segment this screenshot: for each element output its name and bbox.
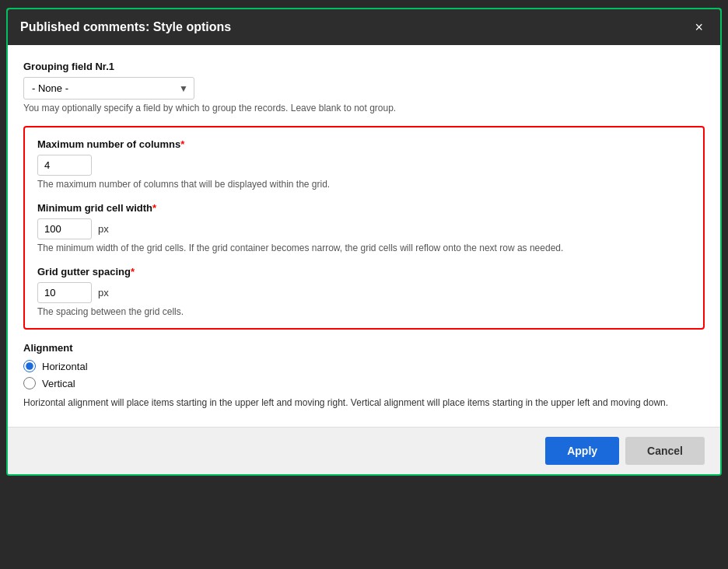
alignment-horizontal-item[interactable]: Horizontal: [23, 360, 705, 372]
alignment-description: Horizontal alignment will place items st…: [23, 396, 705, 410]
dialog-footer: Apply Cancel: [8, 427, 720, 474]
cancel-button[interactable]: Cancel: [625, 437, 705, 465]
dialog-overlay: Published comments: Style options × Grou…: [0, 0, 728, 569]
dialog-body: Grouping field Nr.1 - None - ▼ You may o…: [8, 45, 720, 427]
max-columns-group: Maximum number of columns* The maximum n…: [37, 138, 691, 190]
alignment-section: Alignment Horizontal Vertical Horizontal…: [23, 342, 705, 410]
min-cell-width-required: *: [152, 202, 156, 214]
max-columns-input[interactable]: [37, 155, 92, 176]
grouping-field-label: Grouping field Nr.1: [23, 61, 705, 72]
alignment-horizontal-radio[interactable]: [23, 360, 36, 372]
dialog-title: Published comments: Style options: [20, 20, 231, 34]
max-columns-input-row: [37, 155, 691, 176]
apply-button[interactable]: Apply: [545, 437, 619, 465]
grid-gutter-group: Grid gutter spacing* px The spacing betw…: [37, 266, 691, 317]
max-columns-label: Maximum number of columns*: [37, 138, 691, 150]
min-cell-width-input[interactable]: [37, 218, 92, 239]
alignment-vertical-label: Vertical: [42, 378, 75, 389]
alignment-label: Alignment: [23, 342, 705, 354]
grid-gutter-input[interactable]: [37, 282, 92, 303]
grid-gutter-label: Grid gutter spacing*: [37, 266, 691, 278]
grouping-field-group: Grouping field Nr.1 - None - ▼ You may o…: [23, 61, 705, 113]
grid-gutter-unit: px: [98, 287, 109, 298]
grouping-select-wrapper: - None - ▼: [23, 77, 194, 99]
min-cell-width-label: Minimum grid cell width*: [37, 202, 691, 214]
min-cell-width-unit: px: [98, 223, 109, 235]
min-cell-width-description: The minimum width of the grid cells. If …: [37, 243, 691, 253]
min-cell-width-input-row: px: [37, 218, 691, 239]
dialog: Published comments: Style options × Grou…: [6, 8, 722, 476]
highlighted-section: Maximum number of columns* The maximum n…: [23, 126, 705, 330]
max-columns-description: The maximum number of columns that will …: [37, 179, 691, 190]
alignment-radio-group: Horizontal Vertical: [23, 360, 705, 389]
grouping-select[interactable]: - None -: [23, 77, 194, 99]
grouping-description: You may optionally specify a field by wh…: [23, 103, 705, 113]
grid-gutter-input-row: px: [37, 282, 691, 303]
alignment-horizontal-label: Horizontal: [42, 361, 88, 372]
close-button[interactable]: ×: [690, 19, 708, 36]
max-columns-required: *: [180, 138, 184, 150]
alignment-vertical-radio[interactable]: [23, 377, 36, 389]
alignment-vertical-item[interactable]: Vertical: [23, 377, 705, 389]
grid-gutter-description: The spacing between the grid cells.: [37, 306, 691, 317]
min-cell-width-group: Minimum grid cell width* px The minimum …: [37, 202, 691, 253]
grid-gutter-required: *: [131, 266, 135, 278]
dialog-header: Published comments: Style options ×: [8, 9, 720, 45]
